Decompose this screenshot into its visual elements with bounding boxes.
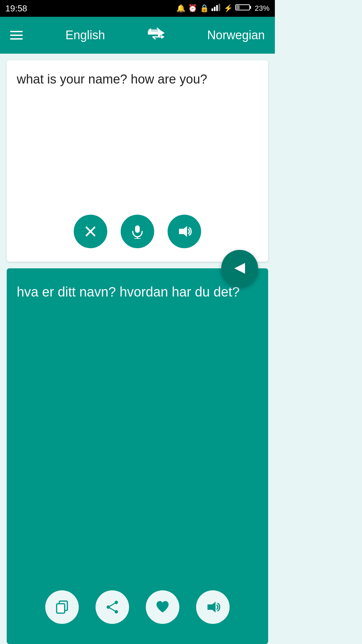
svg-rect-1: [214, 7, 216, 11]
svg-rect-19: [57, 604, 65, 613]
svg-rect-6: [236, 5, 240, 9]
menu-button[interactable]: [10, 31, 23, 40]
svg-rect-2: [216, 5, 218, 11]
translate-button[interactable]: [221, 250, 258, 287]
signal-icon: [212, 4, 221, 13]
svg-line-24: [108, 607, 116, 612]
source-actions: [7, 215, 268, 248]
svg-line-23: [108, 602, 116, 607]
status-icons: 🔔 ⏰ 🔒 ⚡ 23%: [176, 4, 269, 13]
main-content: what is your name? how are you?: [0, 54, 275, 644]
target-text: hva er ditt navn? hvordan har du det?: [17, 282, 258, 302]
svg-marker-17: [234, 263, 245, 274]
source-language-selector[interactable]: English: [65, 28, 105, 42]
status-time: 19:58: [5, 3, 27, 14]
battery-percent: 23%: [255, 4, 269, 13]
svg-rect-0: [212, 8, 213, 11]
source-panel: what is your name? how are you?: [7, 60, 268, 262]
toolbar: English Norwegian: [0, 17, 275, 54]
svg-rect-3: [219, 4, 220, 11]
svg-marker-16: [179, 226, 187, 237]
battery-indicator: [235, 4, 252, 13]
share-button[interactable]: [96, 590, 129, 624]
target-language-selector[interactable]: Norwegian: [207, 28, 265, 42]
source-text-input[interactable]: what is your name? how are you?: [17, 70, 258, 211]
target-actions: [7, 590, 268, 624]
target-panel: hva er ditt navn? hvordan har du det?: [7, 268, 268, 644]
copy-button[interactable]: [45, 590, 79, 624]
svg-rect-13: [135, 225, 140, 233]
svg-marker-25: [207, 602, 216, 612]
clear-button[interactable]: [74, 215, 107, 248]
swap-languages-button[interactable]: [148, 27, 165, 44]
alarm-icon: ⏰: [188, 4, 197, 13]
source-speak-button[interactable]: [168, 215, 201, 248]
notification-muted-icon: 🔔: [176, 4, 185, 13]
charging-icon: ⚡: [224, 4, 233, 13]
lock-icon: 🔒: [200, 4, 209, 13]
microphone-button[interactable]: [121, 215, 154, 248]
svg-rect-5: [250, 6, 251, 9]
target-speak-button[interactable]: [196, 590, 230, 624]
status-bar: 19:58 🔔 ⏰ 🔒 ⚡ 23%: [0, 0, 275, 17]
favorite-button[interactable]: [146, 590, 179, 624]
